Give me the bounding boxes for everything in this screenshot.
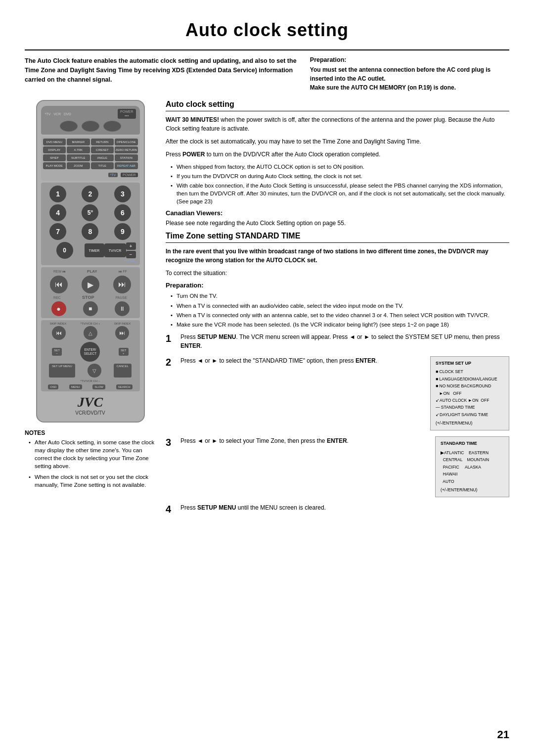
note-item-1: After Auto Clock setting, in some case t… xyxy=(29,438,156,470)
auto-clock-wait: WAIT 30 MINUTES! when the power switch i… xyxy=(166,115,509,133)
prep-line1: You must set the antenna connection befo… xyxy=(310,65,509,83)
auto-clock-after: After the clock is set automatically, yo… xyxy=(166,137,509,146)
step-4: 4 Press SETUP MENU until the MENU screen… xyxy=(166,503,509,515)
tz-prep-2: When a TV is connected with an audio/vid… xyxy=(171,302,509,310)
remote-model: VCR/DVD/TV xyxy=(41,410,140,416)
jvc-logo: JVC xyxy=(41,394,140,410)
notes-list: After Auto Clock setting, in some case t… xyxy=(25,438,156,489)
step-2: 2 Press ◄ or ► to select the "STANDARD T… xyxy=(166,356,509,430)
time-zone-intro: In the rare event that you live within b… xyxy=(166,247,509,265)
auto-clock-bullets: When shipped from factory, the AUTO CLOC… xyxy=(166,163,509,205)
page-number: 21 xyxy=(497,728,509,741)
step-3: 3 Press ◄ or ► to select your Time Zone,… xyxy=(166,436,509,497)
canadian-text: Please see note regarding the Auto Clock… xyxy=(166,219,509,228)
tz-prep-4: Make sure the VCR mode has been selected… xyxy=(171,321,509,329)
canadian-label: Canadian Viewers: xyxy=(166,209,509,217)
remote-image: *TVVCRDVD POWER••• DVD MENU MARKER xyxy=(36,100,145,423)
time-zone-heading: Time Zone setting STANDARD TIME xyxy=(166,232,509,243)
auto-clock-press: Press POWER to turn on the DVD/VCR after… xyxy=(166,150,509,159)
tz-prep-3: When a TV is connected only with an ante… xyxy=(171,311,509,319)
notes-title: NOTES xyxy=(25,429,156,436)
intro-text: The Auto Clock feature enables the autom… xyxy=(25,56,300,84)
menu-screen-2: SYSTEM SET UP ■ CLOCK SET ■ LANGUAGE/IDI… xyxy=(430,356,509,430)
std-time-screen: STANDARD TIME ▶ATLANTIC EASTERN CENTRAL … xyxy=(435,436,509,497)
auto-clock-bullet-1: When shipped from factory, the AUTO CLOC… xyxy=(171,163,509,171)
note-item-2: When the clock is not set or you set the… xyxy=(29,473,156,489)
step-1: 1 Press SETUP MENU. The VCR menu screen … xyxy=(166,332,509,350)
auto-clock-bullet-3: With cable box connection, if the Auto C… xyxy=(171,182,509,205)
prep-line2: Make sure the AUTO CH MEMORY (on P.19) i… xyxy=(310,83,509,92)
tz-prep-label: Preparation: xyxy=(166,282,509,289)
tz-prep-1: Turn ON the TV. xyxy=(171,292,509,300)
auto-clock-bullet-2: If you turn the DVD/VCR on during Auto C… xyxy=(171,172,509,180)
to-correct: To correct the situation: xyxy=(166,269,509,278)
page-title: Auto clock setting xyxy=(25,20,509,41)
prep-label: Preparation: xyxy=(310,56,509,63)
auto-clock-heading: Auto clock setting xyxy=(166,100,509,111)
tz-prep-list: Turn ON the TV. When a TV is connected w… xyxy=(166,292,509,328)
